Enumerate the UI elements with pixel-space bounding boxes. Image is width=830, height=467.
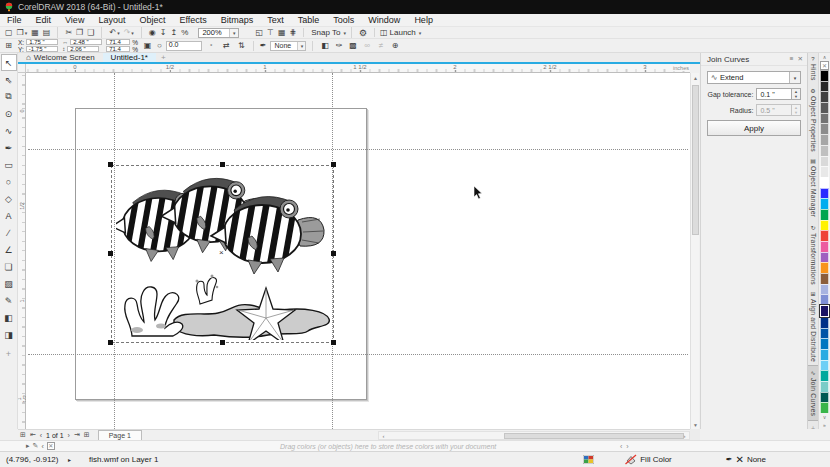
- palette-swatch[interactable]: [820, 328, 829, 339]
- drop-shadow-tool[interactable]: ❏: [1, 258, 17, 275]
- palette-swatch[interactable]: [820, 134, 829, 145]
- document-palette-scroll-right-icon[interactable]: ›: [626, 443, 628, 450]
- docker-tab-align-distribute[interactable]: ⊞ Align and Distribute: [808, 287, 818, 365]
- redo-icon[interactable]: ↷ ▾: [122, 27, 136, 38]
- scrollbar-thumb[interactable]: [692, 85, 699, 235]
- menu-item[interactable]: Window: [361, 14, 407, 26]
- palette-swatch[interactable]: [820, 370, 829, 381]
- guideline-horizontal[interactable]: [28, 149, 688, 150]
- show-grid-icon[interactable]: ▦: [276, 27, 288, 38]
- lock-ratio-icon[interactable]: ▣: [142, 40, 153, 51]
- palette-swatch[interactable]: [820, 166, 829, 177]
- palette-swatch[interactable]: [820, 252, 829, 263]
- selection-handle[interactable]: [331, 162, 336, 167]
- docker-tab-object-properties[interactable]: ⚙ Object Properties: [808, 84, 818, 155]
- palette-swatch[interactable]: [820, 209, 829, 220]
- scroll-up-icon[interactable]: ▲: [691, 73, 700, 82]
- docker-tab-join-curves[interactable]: ∿ Join Curves: [808, 365, 818, 420]
- new-document-icon[interactable]: ▢ ▾: [3, 27, 15, 38]
- options-gear-icon[interactable]: ⚙: [357, 27, 369, 38]
- gap-tolerance-spinner[interactable]: ▲▼: [792, 88, 801, 100]
- tab-welcome-screen[interactable]: ⌂ Welcome Screen: [18, 53, 103, 62]
- object-x-input[interactable]: 1.75 ": [26, 39, 58, 45]
- selection-handle[interactable]: [220, 340, 225, 345]
- palette-swatch[interactable]: [820, 338, 829, 349]
- add-page-icon[interactable]: ⊞: [18, 431, 28, 439]
- add-docker-button[interactable]: +: [808, 425, 818, 430]
- palette-scroll-down-icon[interactable]: ∨: [820, 413, 829, 421]
- bitmap-preview-icon[interactable]: [583, 455, 594, 464]
- palette-swatch[interactable]: [820, 123, 829, 134]
- docker-tab-object-manager[interactable]: ▤ Object Manager: [808, 154, 818, 220]
- scale-v-input[interactable]: 71.4: [106, 46, 130, 52]
- customize-toolbox-button[interactable]: +: [6, 349, 11, 359]
- palette-swatch[interactable]: [820, 349, 829, 360]
- object-width-input[interactable]: 2.48 ": [70, 39, 102, 45]
- palette-swatch[interactable]: [820, 113, 829, 124]
- vertical-scrollbar[interactable]: ▲ ▼: [690, 73, 699, 429]
- object-position-icon[interactable]: ⊞: [3, 40, 14, 51]
- selection-handle[interactable]: [108, 340, 113, 345]
- selection-handle[interactable]: [108, 162, 113, 167]
- palette-swatch[interactable]: [820, 294, 829, 305]
- palette-swatch[interactable]: [820, 91, 829, 102]
- first-page-icon[interactable]: ⇤: [28, 431, 38, 439]
- show-guidelines-icon[interactable]: ⋕: [287, 27, 298, 38]
- zoom-level-combo[interactable]: 200% ▾: [198, 28, 239, 38]
- horizontal-scrollbar[interactable]: ‹ ›: [378, 431, 690, 440]
- show-rulers-icon[interactable]: ⊤: [265, 27, 276, 38]
- menu-item[interactable]: Effects: [172, 14, 213, 26]
- transparency-tool[interactable]: ▨: [1, 275, 17, 292]
- crop-tool[interactable]: ⧉: [1, 88, 17, 105]
- wrap-text-icon[interactable]: ▩: [347, 40, 358, 51]
- customize-icon[interactable]: ⊕: [389, 40, 400, 51]
- menu-item[interactable]: Text: [260, 14, 291, 26]
- document-palette-flyout-icon[interactable]: ▸: [26, 442, 30, 450]
- unlink-icon[interactable]: ≠: [375, 40, 386, 51]
- outline-width-combo[interactable]: None ▾: [270, 41, 306, 51]
- palette-swatch[interactable]: [820, 81, 829, 92]
- gap-tolerance-input[interactable]: 0.1 ": [756, 88, 792, 100]
- vertical-ruler[interactable]: 01/211 1/2: [18, 73, 26, 429]
- copy-icon[interactable]: ❐ ▾: [74, 27, 85, 38]
- palette-swatch[interactable]: [820, 381, 829, 392]
- rotation-angle-input[interactable]: 0.0: [166, 41, 202, 51]
- tab-untitled-document[interactable]: Untitled-1*: [103, 53, 156, 62]
- undo-icon[interactable]: ↶ ▾: [101, 27, 121, 38]
- palette-swatch[interactable]: [820, 317, 829, 328]
- palette-swatch[interactable]: [820, 273, 829, 284]
- import-icon[interactable]: ↧ ▾: [158, 27, 169, 38]
- shape-tool[interactable]: ⇖: [1, 71, 17, 88]
- palette-swatch[interactable]: [820, 220, 829, 231]
- dimension-tool[interactable]: ∕: [1, 224, 17, 241]
- mirror-vertical-icon[interactable]: ⇅: [236, 40, 247, 51]
- color-eyedropper-tool[interactable]: ✎: [1, 292, 17, 309]
- apply-button[interactable]: Apply: [707, 120, 801, 136]
- palette-swatch[interactable]: [820, 156, 829, 167]
- scroll-down-icon[interactable]: ▼: [691, 420, 700, 429]
- paste-icon[interactable]: ❑ ▾: [85, 27, 96, 38]
- add-page-icon[interactable]: ⊞: [82, 431, 92, 439]
- status-flyout-icon[interactable]: ▸: [62, 456, 77, 463]
- polygon-tool[interactable]: ◇: [1, 190, 17, 207]
- save-icon[interactable]: ▦ ▾: [29, 27, 41, 38]
- new-document-tab-button[interactable]: +: [156, 53, 171, 62]
- selection-center-marker[interactable]: ×: [219, 248, 224, 257]
- selection-handle[interactable]: [220, 162, 225, 167]
- menu-item[interactable]: Object: [132, 14, 172, 26]
- join-mode-combo[interactable]: ∿ Extend ▾: [707, 71, 801, 84]
- palette-swatch[interactable]: [820, 402, 829, 413]
- menu-item[interactable]: Tools: [326, 14, 361, 26]
- menu-item[interactable]: Bitmaps: [214, 14, 261, 26]
- object-height-input[interactable]: 2.06 ": [67, 46, 99, 52]
- open-icon[interactable]: ❒ ▾: [15, 27, 30, 38]
- menu-item[interactable]: View: [58, 14, 91, 26]
- palette-swatch[interactable]: [820, 305, 829, 317]
- selection-handle[interactable]: [331, 251, 336, 256]
- link-icon[interactable]: ∞: [361, 40, 372, 51]
- edit-fill-icon[interactable]: ◧: [319, 40, 330, 51]
- mirror-horizontal-icon[interactable]: ⇄: [221, 40, 232, 51]
- print-icon[interactable]: ▤ ▾: [41, 27, 53, 38]
- search-content-icon[interactable]: ◉ ▾: [141, 27, 158, 38]
- menu-item[interactable]: File: [0, 14, 29, 26]
